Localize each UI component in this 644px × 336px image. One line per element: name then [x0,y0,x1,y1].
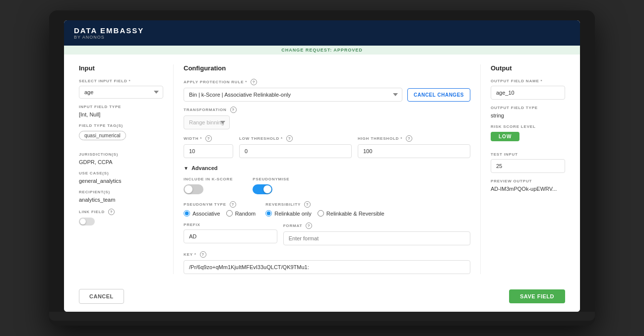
divider-2 [480,64,481,274]
save-field-button[interactable]: SAVE FIELD [509,289,565,303]
output-field-type-label: OUTPUT FIELD TYPE [491,106,565,110]
footer-bar: CANCEL SAVE FIELD [64,284,580,312]
width-input[interactable] [184,144,233,158]
pseudonym-associative-label: Associative [193,211,220,217]
pseudonymise-toggle[interactable] [253,184,272,194]
advanced-section: ▼ Advanced INCLUDE IN K-SCORE PSEUDONYMI [184,165,470,274]
pseudonym-reversibility-row: PSEUDONYM TYPE ? Associative [184,201,470,217]
laptop-base [49,312,595,321]
high-threshold-help-icon[interactable]: ? [406,135,412,142]
prefix-group: PREFIX [184,223,277,245]
pseudonym-associative-radio[interactable] [184,210,190,217]
transformation-select[interactable]: Range binning [184,115,230,129]
config-section: Configuration APPLY PROTECTION RULE * ? … [184,64,470,274]
preview-output-value: AD-IM3mPQOk-upEWRV... [491,186,565,192]
output-field-name-input[interactable] [491,86,565,100]
reversibility-radios: Relinkable only Relinkable & Reversible [265,210,384,217]
format-label: FORMAT ? [283,223,470,229]
transformation-help-icon[interactable]: ? [230,107,237,113]
risk-score-label: RISK SCORE LEVEL [491,124,565,129]
divider-1 [173,64,174,274]
preview-output-label: PREVIEW OUTPUT [491,179,565,183]
key-group: KEY * ? [184,251,470,274]
notice-bar: CHANGE REQUEST: APPROVED [64,46,580,55]
output-field-type-value: string [491,112,565,118]
prefix-label: PREFIX [184,223,277,227]
input-section-title: Input [79,64,163,72]
input-field-type-value: [Int, Null] [79,112,163,117]
low-threshold-input[interactable] [239,144,352,158]
relinkable-only-option[interactable]: Relinkable only [265,210,312,217]
low-threshold-group: LOW THRESHOLD * ? [239,135,352,158]
format-help-icon[interactable]: ? [306,223,312,229]
high-threshold-input[interactable] [358,144,470,158]
input-field-type-label: INPUT FIELD TYPE [79,105,163,109]
field-type-tags-label: FIELD TYPE TAG(S) [79,123,163,128]
output-section-title: Output [491,64,565,72]
relinkable-reversible-radio[interactable] [318,210,324,217]
relinkable-reversible-label: Relinkable & Reversible [326,211,385,217]
main-content: Input SELECT INPUT FIELD * age INPUT FIE… [64,55,580,284]
use-cases-value: general_analytics [79,178,163,184]
high-threshold-label: HIGH THRESHOLD * ? [358,135,470,142]
select-input-label: SELECT INPUT FIELD * [79,79,163,83]
test-input-field[interactable] [491,159,565,173]
brand-name: DATA EMBASSY [74,26,144,35]
apply-protection-select[interactable]: Bin | k-Score | Associative Relinkable-o… [184,88,402,102]
advanced-toggle[interactable]: ▼ Advanced [184,165,470,171]
test-input-label: TEST INPUT [491,152,565,157]
advanced-arrow-icon: ▼ [184,166,189,171]
key-label: KEY * ? [184,251,470,258]
pseudonym-type-help-icon[interactable]: ? [230,201,236,208]
pseudonym-associative-option[interactable]: Associative [184,210,220,217]
reversibility-help-icon[interactable]: ? [304,201,311,208]
format-input[interactable] [283,231,470,245]
advanced-toggles-row: INCLUDE IN K-SCORE PSEUDONYMISE [184,177,470,194]
key-help-icon[interactable]: ? [200,251,206,258]
low-threshold-label: LOW THRESHOLD * ? [239,135,352,142]
include-k-score-toggle[interactable] [184,184,203,194]
format-group: FORMAT ? [283,223,470,245]
cancel-button[interactable]: CANCEL [79,289,124,304]
reversibility-group: REVERSIBILITY ? Relinkable only [265,201,384,217]
select-input-field[interactable]: age [79,86,163,99]
link-field-toggle[interactable] [79,218,95,225]
relinkable-only-radio[interactable] [265,210,272,217]
use-cases-label: USE CASE(S) [79,171,163,175]
field-type-tag: quasi_numerical [79,131,126,140]
apply-protection-label: APPLY PROTECTION RULE * ? [184,79,470,85]
include-k-score-item: INCLUDE IN K-SCORE [184,177,233,194]
output-section: Output OUTPUT FIELD NAME * OUTPUT FIELD … [491,64,565,274]
cancel-changes-button[interactable]: CANCEL CHANGES [407,88,470,102]
transformation-label: TRANSFORMATION ? [184,107,470,113]
pseudonym-random-label: Random [235,211,256,217]
relinkable-reversible-option[interactable]: Relinkable & Reversible [318,210,385,217]
jurisdictions-value: GDPR, CCPA [79,159,163,165]
jurisdictions-label: JURISDICTION(S) [79,152,163,157]
reversibility-label: REVERSIBILITY ? [265,201,384,208]
relinkable-only-label: Relinkable only [274,211,312,217]
recipients-value: analytics_team [79,197,163,203]
low-threshold-help-icon[interactable]: ? [286,135,293,142]
advanced-label: Advanced [192,165,218,171]
prefix-format-row: PREFIX FORMAT ? [184,223,470,245]
apply-protection-help-icon[interactable]: ? [251,79,257,85]
pseudonym-random-option[interactable]: Random [226,210,256,217]
include-k-score-label: INCLUDE IN K-SCORE [184,177,233,181]
link-field-toggle-area [79,218,163,225]
pseudonym-type-radios: Associative Random [184,210,256,217]
pseudonym-type-label: PSEUDONYM TYPE ? [184,201,256,208]
pseudonym-type-group: PSEUDONYM TYPE ? Associative [184,201,256,217]
key-input[interactable] [184,260,470,274]
link-field-help-icon[interactable]: ? [108,209,115,215]
thresholds-row: WIDTH * ? LOW THRESHOLD * ? [184,135,470,158]
high-threshold-group: HIGH THRESHOLD * ? [358,135,470,158]
recipients-label: RECIPIENT(S) [79,190,163,194]
pseudonymise-item: PSEUDONYMISE [253,177,289,194]
pseudonym-random-radio[interactable] [226,210,233,217]
prefix-input[interactable] [184,229,277,243]
width-label: WIDTH * ? [184,135,233,142]
width-help-icon[interactable]: ? [205,135,212,142]
width-group: WIDTH * ? [184,135,233,158]
config-section-title: Configuration [184,64,470,72]
